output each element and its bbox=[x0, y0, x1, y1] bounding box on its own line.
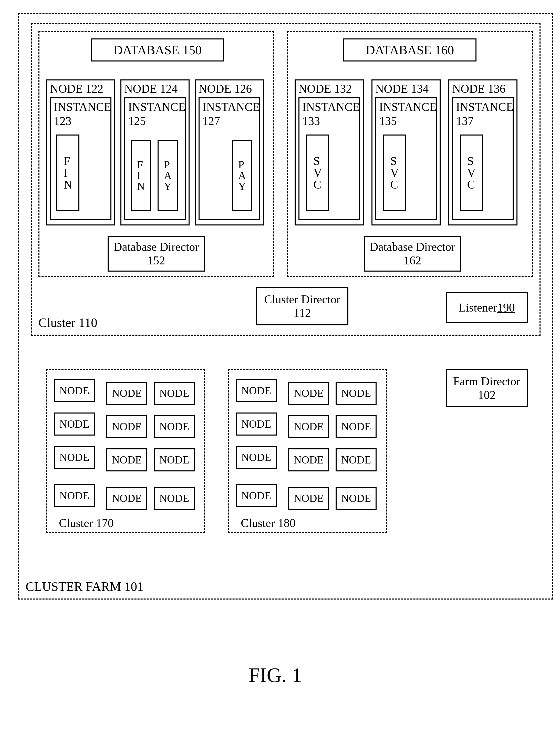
cluster-farm-label: CLUSTER FARM 101 bbox=[26, 579, 143, 594]
svc-svc-134: S V C bbox=[383, 135, 406, 211]
instance-135-label: INSTANCE 135 bbox=[379, 100, 436, 128]
node-box: NODE bbox=[336, 382, 377, 405]
node-box: NODE bbox=[236, 379, 277, 402]
node-box: NODE bbox=[288, 415, 329, 438]
node-box: NODE bbox=[288, 382, 329, 405]
node-box: NODE bbox=[288, 448, 329, 471]
node-box: NODE bbox=[54, 484, 95, 507]
node-134-label: NODE 134 bbox=[375, 82, 428, 96]
listener-num: 190 bbox=[497, 301, 515, 314]
instance-127-label: INSTANCE 127 bbox=[202, 100, 259, 128]
svc-svc-132: S V C bbox=[306, 135, 329, 211]
node-box: NODE bbox=[106, 382, 147, 405]
node-box: NODE bbox=[54, 413, 95, 436]
listener-text: Listener bbox=[459, 301, 497, 314]
node-box: NODE bbox=[236, 446, 277, 469]
node-box: NODE bbox=[154, 448, 195, 471]
svc-svc-136: S V C bbox=[460, 135, 483, 211]
node-box: NODE bbox=[154, 382, 195, 405]
svc-pay-126: P A Y bbox=[232, 140, 252, 211]
node-box: NODE bbox=[288, 487, 329, 510]
cluster-170-label: Cluster 170 bbox=[59, 516, 114, 530]
node-box: NODE bbox=[154, 415, 195, 438]
node-box: NODE bbox=[54, 379, 95, 402]
database-150-title: DATABASE 150 bbox=[91, 38, 224, 61]
instance-123-label: INSTANCE 123 bbox=[54, 100, 110, 128]
node-box: NODE bbox=[54, 446, 95, 469]
instance-125-label: INSTANCE 125 bbox=[128, 100, 184, 128]
figure-label: FIG. 1 bbox=[248, 663, 302, 687]
svc-pay-124: P A Y bbox=[158, 140, 178, 211]
database-160-director: Database Director 162 bbox=[364, 236, 461, 272]
database-160-title: DATABASE 160 bbox=[343, 38, 477, 61]
instance-137-label: INSTANCE 137 bbox=[456, 100, 512, 128]
listener-box: Listener 190 bbox=[446, 292, 528, 323]
svc-fin-122: F I N bbox=[56, 135, 79, 211]
instance-133-label: INSTANCE 133 bbox=[302, 100, 359, 128]
node-132-label: NODE 132 bbox=[298, 82, 352, 96]
node-box: NODE bbox=[154, 487, 195, 510]
svc-fin-124: F I N bbox=[131, 140, 151, 211]
node-box: NODE bbox=[336, 487, 377, 510]
cluster-director-box: Cluster Director 112 bbox=[256, 287, 348, 325]
node-box: NODE bbox=[236, 484, 277, 507]
cluster-180-label: Cluster 180 bbox=[241, 516, 295, 530]
node-box: NODE bbox=[336, 448, 377, 471]
node-box: NODE bbox=[106, 415, 147, 438]
node-box: NODE bbox=[336, 415, 377, 438]
node-122-label: NODE 122 bbox=[50, 82, 103, 96]
node-box: NODE bbox=[106, 448, 147, 471]
farm-director-box: Farm Director 102 bbox=[446, 369, 528, 408]
cluster-110-label: Cluster 110 bbox=[38, 315, 97, 330]
node-126-label: NODE 126 bbox=[199, 82, 252, 96]
node-136-label: NODE 136 bbox=[452, 82, 505, 96]
node-box: NODE bbox=[236, 413, 277, 436]
node-box: NODE bbox=[106, 487, 147, 510]
node-124-label: NODE 124 bbox=[124, 82, 178, 96]
database-150-director: Database Director 152 bbox=[107, 236, 205, 272]
